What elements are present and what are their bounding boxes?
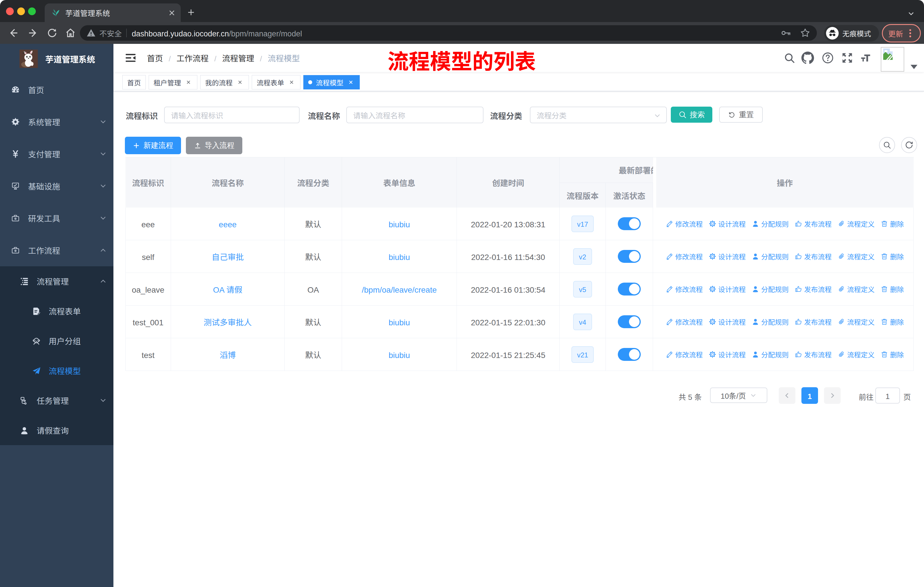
action-publish[interactable]: 发布流程 <box>795 251 832 261</box>
tab-close-icon[interactable] <box>168 9 176 17</box>
action-assign[interactable]: 分配规则 <box>752 349 789 359</box>
action-publish[interactable]: 发布流程 <box>795 284 832 294</box>
close-icon[interactable] <box>236 78 244 86</box>
action-assign[interactable]: 分配规则 <box>752 284 789 294</box>
traffic-light-zoom[interactable] <box>28 7 36 15</box>
process-name-link[interactable]: eeee <box>219 218 237 230</box>
action-definition[interactable]: 流程定义 <box>838 349 875 359</box>
traffic-light-minimize[interactable] <box>17 7 25 15</box>
security-label[interactable]: 不安全 <box>99 28 122 38</box>
action-delete[interactable]: 删除 <box>881 349 904 359</box>
action-design[interactable]: 设计流程 <box>709 284 746 294</box>
search-button[interactable]: 搜索 <box>671 107 712 123</box>
tab-search-icon[interactable] <box>908 10 915 17</box>
process-name-link[interactable]: 测试多审批人 <box>204 316 252 327</box>
version-badge[interactable]: v4 <box>573 314 592 330</box>
form-link[interactable]: biubiu <box>389 218 410 230</box>
action-design[interactable]: 设计流程 <box>709 219 746 229</box>
tag-my-process[interactable]: 我的流程 <box>200 75 249 89</box>
home-icon[interactable] <box>65 27 76 39</box>
action-publish[interactable]: 发布流程 <box>795 349 832 359</box>
action-edit[interactable]: 修改流程 <box>666 284 703 294</box>
font-size-icon[interactable] <box>860 51 872 64</box>
sidebar-item-home[interactable]: 首页 <box>0 74 114 106</box>
action-edit[interactable]: 修改流程 <box>666 349 703 359</box>
prev-page-button[interactable] <box>779 387 795 404</box>
sidebar-item-leave-query[interactable]: 请假查询 <box>0 415 114 445</box>
forward-icon[interactable] <box>27 27 39 39</box>
action-definition[interactable]: 流程定义 <box>838 317 875 327</box>
fullscreen-icon[interactable] <box>841 52 853 64</box>
sidebar-item-task-mgmt[interactable]: 任务管理 <box>0 385 114 415</box>
sidebar-item-infrastructure[interactable]: 基础设施 <box>0 170 114 202</box>
status-toggle[interactable] <box>618 217 641 230</box>
user-avatar[interactable] <box>881 47 904 72</box>
address-bar[interactable]: 不安全 dashboard.yudao.iocoder.cn/bpm/manag… <box>80 25 817 41</box>
action-definition[interactable]: 流程定义 <box>838 251 875 261</box>
status-toggle[interactable] <box>618 315 641 328</box>
process-name-link[interactable]: 自己审批 <box>212 251 244 262</box>
sidebar-logo[interactable]: 芋道管理系统 <box>0 44 114 74</box>
page-number-1[interactable]: 1 <box>802 387 818 404</box>
key-icon[interactable] <box>781 28 791 38</box>
sidebar-item-process-form[interactable]: 流程表单 <box>0 296 114 326</box>
version-badge[interactable]: v17 <box>571 215 594 232</box>
action-publish[interactable]: 发布流程 <box>795 219 832 229</box>
action-delete[interactable]: 删除 <box>881 251 904 261</box>
tag-home[interactable]: 首页 <box>122 75 146 89</box>
version-badge[interactable]: v5 <box>573 281 592 298</box>
action-definition[interactable]: 流程定义 <box>838 219 875 229</box>
url-text[interactable]: dashboard.yudao.iocoder.cn/bpm/manager/m… <box>132 28 775 39</box>
sidebar-item-process-mgmt[interactable]: 流程管理 <box>0 266 114 296</box>
close-icon[interactable] <box>347 78 355 86</box>
table-refresh-icon[interactable] <box>901 137 917 153</box>
action-delete[interactable]: 删除 <box>881 219 904 229</box>
status-toggle[interactable] <box>618 348 641 361</box>
close-icon[interactable] <box>287 78 295 86</box>
action-assign[interactable]: 分配规则 <box>752 219 789 229</box>
process-name-link[interactable]: 滔博 <box>220 349 236 360</box>
sidebar-item-devtools[interactable]: 研发工具 <box>0 202 114 234</box>
table-search-toggle-icon[interactable] <box>879 137 895 153</box>
caret-down-icon[interactable] <box>910 64 918 69</box>
traffic-light-close[interactable] <box>6 7 14 15</box>
action-publish[interactable]: 发布流程 <box>795 317 832 327</box>
browser-tab[interactable]: 芋道管理系统 <box>45 3 181 22</box>
action-definition[interactable]: 流程定义 <box>838 284 875 294</box>
tag-tenant[interactable]: 租户管理 <box>148 75 197 89</box>
sidebar-item-payment[interactable]: 支付管理 <box>0 138 114 170</box>
action-delete[interactable]: 删除 <box>881 317 904 327</box>
import-process-button[interactable]: 导入流程 <box>186 137 242 154</box>
sidebar-item-system[interactable]: 系统管理 <box>0 106 114 138</box>
form-link[interactable]: biubiu <box>389 316 410 327</box>
status-toggle[interactable] <box>618 283 641 296</box>
action-assign[interactable]: 分配规则 <box>752 317 789 327</box>
action-edit[interactable]: 修改流程 <box>666 317 703 327</box>
reset-button[interactable]: 重置 <box>719 107 763 123</box>
tag-process-model[interactable]: 流程模型 <box>303 75 360 89</box>
action-edit[interactable]: 修改流程 <box>666 219 703 229</box>
filter-input-id[interactable]: 请输入流程标识 <box>164 107 300 123</box>
action-assign[interactable]: 分配规则 <box>752 251 789 261</box>
goto-page-input[interactable]: 1 <box>875 387 900 403</box>
kebab-menu-icon[interactable] <box>906 28 914 38</box>
help-icon[interactable] <box>822 52 834 64</box>
form-link[interactable]: biubiu <box>389 349 410 360</box>
update-button[interactable]: 更新 <box>882 24 921 42</box>
new-tab-button[interactable] <box>187 8 195 17</box>
process-name-link[interactable]: OA 请假 <box>213 283 243 295</box>
action-design[interactable]: 设计流程 <box>709 317 746 327</box>
reload-icon[interactable] <box>46 27 58 39</box>
action-edit[interactable]: 修改流程 <box>666 251 703 261</box>
close-icon[interactable] <box>185 78 193 86</box>
version-badge[interactable]: v21 <box>571 346 594 363</box>
action-delete[interactable]: 删除 <box>881 284 904 294</box>
filter-select-category[interactable]: 流程分类 <box>530 107 667 123</box>
bookmark-star-icon[interactable] <box>800 28 810 38</box>
version-badge[interactable]: v2 <box>573 248 592 265</box>
tag-process-form[interactable]: 流程表单 <box>252 75 300 89</box>
form-link[interactable]: /bpm/oa/leave/create <box>362 283 437 295</box>
github-icon[interactable] <box>802 51 814 64</box>
form-link[interactable]: biubiu <box>389 251 410 262</box>
status-toggle[interactable] <box>618 250 641 263</box>
